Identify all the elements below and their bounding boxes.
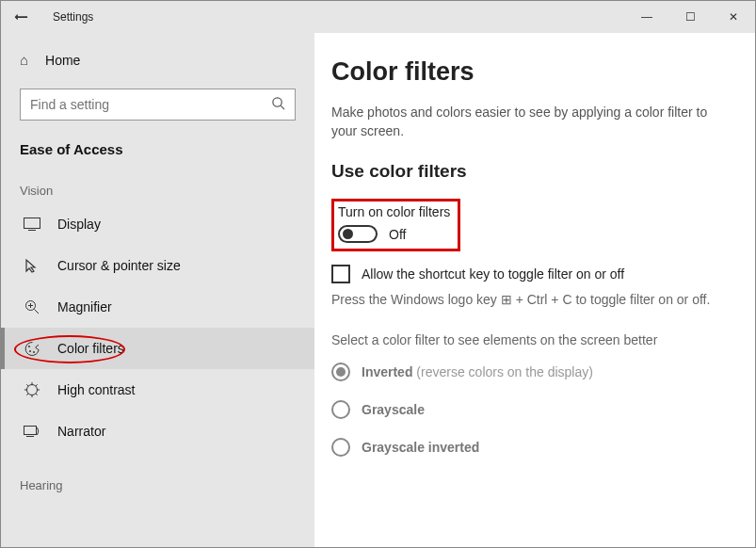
sidebar-item-cursor[interactable]: Cursor & pointer size xyxy=(1,245,314,286)
back-arrow-icon[interactable]: 🠔 xyxy=(14,9,28,25)
search-box[interactable] xyxy=(20,89,296,121)
hint-post: + Ctrl + C to toggle filter on or off. xyxy=(512,292,711,307)
toggle-row: Off xyxy=(338,225,450,243)
shortcut-checkbox[interactable] xyxy=(331,265,350,283)
sidebar-item-magnifier[interactable]: Magnifier xyxy=(1,286,314,328)
radio-button xyxy=(331,400,350,419)
svg-point-10 xyxy=(33,351,35,353)
sidebar-item-display[interactable]: Display xyxy=(1,203,314,245)
sidebar-item-high-contrast[interactable]: High contrast xyxy=(1,369,314,411)
toggle-state: Off xyxy=(389,227,406,242)
nav-label: Color filters xyxy=(57,341,124,356)
svg-line-17 xyxy=(36,394,38,395)
main-panel: Color filters Make photos and colors eas… xyxy=(314,33,755,547)
nav-label: Magnifier xyxy=(57,299,112,314)
radio-label: Grayscale inverted xyxy=(362,440,479,455)
shortcut-checkbox-row: Allow the shortcut key to toggle filter … xyxy=(331,265,729,283)
section-title: Use color filters xyxy=(331,161,729,182)
page-description: Make photos and colors easier to see by … xyxy=(331,104,729,140)
shortcut-hint: Press the Windows logo key ⊞ + Ctrl + C … xyxy=(331,291,729,310)
svg-line-5 xyxy=(35,310,40,314)
home-label: Home xyxy=(45,53,80,68)
toggle-knob xyxy=(343,229,353,239)
svg-point-8 xyxy=(28,346,30,347)
app-title: Settings xyxy=(53,10,93,24)
radio-label: Inverted xyxy=(362,364,412,379)
cursor-icon xyxy=(24,257,40,274)
group-vision: Vision xyxy=(1,157,314,203)
color-filters-toggle[interactable] xyxy=(338,225,378,243)
search-icon xyxy=(271,96,285,113)
radio-grayscale-inverted[interactable]: Grayscale inverted xyxy=(331,438,729,457)
search-input[interactable] xyxy=(30,97,271,112)
nav-label: Display xyxy=(57,217,101,232)
svg-rect-20 xyxy=(24,427,37,435)
home-icon: ⌂ xyxy=(20,52,28,68)
page-title: Color filters xyxy=(331,57,729,87)
display-icon xyxy=(24,216,40,233)
svg-line-19 xyxy=(36,384,38,386)
narrator-icon xyxy=(24,423,40,440)
magnifier-icon xyxy=(24,298,40,315)
contrast-icon xyxy=(24,381,40,398)
sidebar-item-narrator[interactable]: Narrator xyxy=(1,411,314,452)
radio-grayscale[interactable]: Grayscale xyxy=(331,400,729,419)
toggle-label: Turn on color filters xyxy=(338,204,450,219)
svg-line-1 xyxy=(281,105,284,109)
sidebar: ⌂ Home Ease of Access Vision Display Cur… xyxy=(1,33,314,547)
filter-select-description: Select a color filter to see elements on… xyxy=(331,332,729,347)
annotation-box: Turn on color filters Off xyxy=(331,199,460,251)
svg-point-0 xyxy=(273,98,281,106)
minimize-button[interactable]: — xyxy=(625,1,668,33)
hint-pre: Press the Windows logo key xyxy=(331,292,501,307)
radio-button xyxy=(331,363,350,381)
svg-point-11 xyxy=(27,385,38,395)
radio-inverted[interactable]: Inverted (reverse colors on the display) xyxy=(331,363,729,381)
window-controls: — ☐ ✕ xyxy=(625,1,755,33)
maximize-button[interactable]: ☐ xyxy=(668,1,712,33)
section-heading: Ease of Access xyxy=(1,141,314,157)
sidebar-item-color-filters[interactable]: Color filters xyxy=(1,328,314,369)
titlebar-left: 🠔 Settings xyxy=(1,9,625,25)
nav-label: Cursor & pointer size xyxy=(57,258,181,273)
svg-line-18 xyxy=(26,394,28,395)
svg-rect-2 xyxy=(24,218,40,229)
nav-label: High contrast xyxy=(57,382,135,397)
svg-point-9 xyxy=(29,350,31,352)
palette-icon xyxy=(24,340,40,357)
content: ⌂ Home Ease of Access Vision Display Cur… xyxy=(1,33,755,547)
radio-label: Grayscale xyxy=(362,402,425,417)
checkbox-label: Allow the shortcut key to toggle filter … xyxy=(362,266,624,282)
nav-label: Narrator xyxy=(57,424,105,439)
home-nav[interactable]: ⌂ Home xyxy=(1,46,314,73)
radio-sub: (reverse colors on the display) xyxy=(412,364,592,379)
windows-key-icon: ⊞ xyxy=(501,293,512,307)
svg-line-16 xyxy=(26,384,28,386)
titlebar: 🠔 Settings — ☐ ✕ xyxy=(1,1,755,33)
group-hearing: Hearing xyxy=(1,452,314,498)
close-button[interactable]: ✕ xyxy=(712,1,755,33)
radio-button xyxy=(331,438,350,457)
